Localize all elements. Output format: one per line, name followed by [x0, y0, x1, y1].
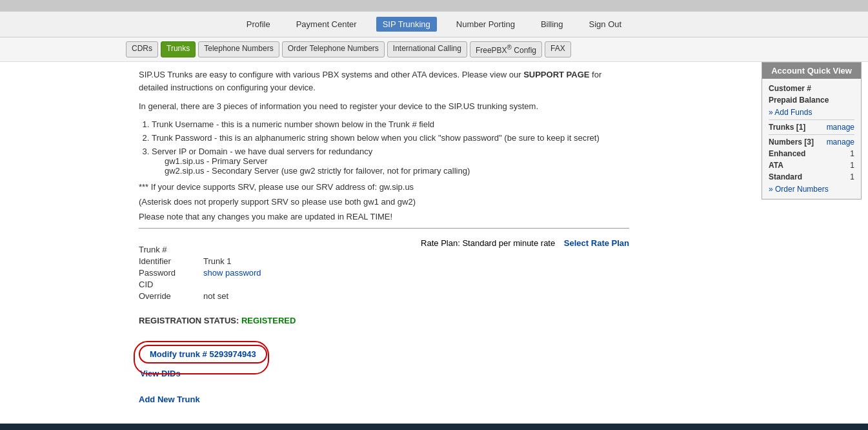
nav-billing[interactable]: Billing — [534, 17, 570, 32]
trunk-override-value: not set — [203, 291, 228, 301]
nav-payment-center[interactable]: Payment Center — [290, 17, 363, 32]
aqv-numbers-row: Numbers [3] manage — [769, 138, 854, 147]
aqv-divider-1 — [769, 119, 854, 120]
subnav-order-telephone-numbers[interactable]: Order Telephone Numbers — [282, 41, 385, 57]
subnav-cdrs[interactable]: CDRs — [126, 41, 158, 57]
registration-label: REGISTRATION STATUS: — [139, 316, 239, 325]
registration-status-row: REGISTRATION STATUS: REGISTERED — [139, 316, 629, 325]
trunk-identifier-label: Identifier — [139, 256, 203, 266]
aqv-enhanced-label: Enhanced — [769, 149, 805, 158]
intro-paragraph: SIP.US Trunks are easy to configure with… — [139, 68, 629, 94]
aqv-enhanced-value: 1 — [850, 149, 854, 158]
aqv-add-funds-link[interactable]: » Add Funds — [769, 108, 812, 117]
aqv-prepaid-label: Prepaid Balance — [769, 96, 829, 105]
show-password-link[interactable]: show password — [203, 268, 261, 278]
aqv-standard-row: Standard 1 — [769, 172, 854, 181]
subnav-trunks[interactable]: Trunks — [161, 41, 196, 57]
divider — [139, 228, 629, 229]
aqv-numbers-label: Numbers [3] — [769, 138, 814, 147]
modify-wrap: Modify trunk # 5293974943 View DIDs — [139, 345, 267, 378]
aqv-standard-value: 1 — [850, 172, 854, 181]
subnav-freepbx-config[interactable]: FreePBX® Config — [470, 41, 542, 57]
sidebar: Account Quick View Customer # Prepaid Ba… — [762, 62, 862, 200]
modify-section: Modify trunk # 5293974943 View DIDs — [139, 345, 629, 382]
view-dids-link[interactable]: View DIDs — [140, 369, 267, 378]
aqv-trunks-label: Trunks [1] — [769, 123, 805, 132]
aqv-order-numbers-link[interactable]: » Order Numbers — [769, 185, 829, 194]
realtime-note: Please note that any changes you make ar… — [139, 212, 629, 221]
rate-plan-value: Standard per minute rate — [462, 238, 555, 248]
aqv-ata-row: ATA 1 — [769, 161, 854, 170]
aqv-customer-row: Customer # — [769, 84, 854, 93]
trunk-cid-label: CID — [139, 280, 203, 289]
aqv-header: Account Quick View — [762, 63, 861, 79]
aqv-ata-value: 1 — [850, 161, 854, 170]
nav-number-porting[interactable]: Number Porting — [450, 17, 521, 32]
nav-sign-out[interactable]: Sign Out — [583, 17, 629, 32]
aqv-customer-label: Customer # — [769, 84, 811, 93]
support-page-link[interactable]: SUPPORT PAGE — [523, 70, 589, 79]
aqv-ata-label: ATA — [769, 161, 783, 170]
steps-list: Trunk Username - this is a numeric numbe… — [152, 119, 629, 176]
trunk-section: Trunk # Identifier Trunk 1 Password show — [139, 238, 629, 325]
top-nav: Profile Payment Center SIP Trunking Numb… — [0, 12, 868, 37]
aqv-enhanced-row: Enhanced 1 — [769, 149, 854, 158]
rate-plan-section: Rate Plan: Standard per minute rate Sele… — [421, 238, 629, 248]
add-new-trunk-link[interactable]: Add New Trunk — [139, 394, 629, 404]
nav-sip-trunking[interactable]: SIP Trunking — [376, 17, 437, 32]
trunk-override-row: Override not set — [139, 291, 261, 301]
subnav-fax[interactable]: FAX — [545, 41, 571, 57]
trunk-override-label: Override — [139, 291, 203, 301]
server-line-1: gw1.sip.us - Primary Server — [165, 156, 629, 166]
aqv-standard-label: Standard — [769, 172, 802, 181]
srv-note: *** If your device supports SRV, please … — [139, 182, 629, 192]
aqv-prepaid-row: Prepaid Balance — [769, 96, 854, 105]
aqv-body: Customer # Prepaid Balance » Add Funds — [762, 79, 861, 199]
footer: © COPYRIGHT 2015 SIP.US, LLC – ALL RIGHT… — [0, 424, 868, 431]
step-3: Server IP or Domain - we have dual serve… — [152, 147, 629, 176]
aqv-trunks-manage-link[interactable]: manage — [827, 123, 854, 132]
trunk-password-label: Password — [139, 268, 203, 278]
subnav-telephone-numbers[interactable]: Telephone Numbers — [198, 41, 279, 57]
sub-nav: CDRs Trunks Telephone Numbers Order Tele… — [0, 37, 868, 62]
nav-profile[interactable]: Profile — [240, 17, 277, 32]
subnav-international-calling[interactable]: International Calling — [387, 41, 467, 57]
server-line-2: gw2.sip.us - Secondary Server (use gw2 s… — [165, 166, 629, 176]
trunk-info-grid: Trunk # Identifier Trunk 1 Password show — [139, 245, 261, 303]
trunk-password-row: Password show password — [139, 268, 261, 278]
select-rate-plan-link[interactable]: Select Rate Plan — [564, 238, 629, 248]
trunk-password-value: show password — [203, 268, 261, 278]
step-1: Trunk Username - this is a numeric numbe… — [152, 119, 629, 129]
intro-paragraph-2: In general, there are 3 pieces of inform… — [139, 100, 629, 113]
trunk-hash-row: Trunk # — [139, 245, 261, 254]
asterisk-note: (Asterisk does not properly support SRV … — [139, 197, 629, 207]
aqv-numbers-manage-link[interactable]: manage — [827, 138, 854, 147]
trunk-hash-label: Trunk # — [139, 245, 203, 254]
aqv-divider-2 — [769, 134, 854, 135]
rate-plan-label: Rate Plan: — [421, 238, 460, 248]
trunk-identifier-value: Trunk 1 — [203, 256, 232, 266]
trunk-cid-row: CID — [139, 280, 261, 289]
trunk-identifier-row: Identifier Trunk 1 — [139, 256, 261, 266]
modify-trunk-link[interactable]: Modify trunk # 5293974943 — [139, 345, 267, 363]
account-quick-view: Account Quick View Customer # Prepaid Ba… — [762, 62, 862, 200]
aqv-trunks-row: Trunks [1] manage — [769, 123, 854, 132]
step-2: Trunk Password - this is an alphanumeric… — [152, 133, 629, 143]
registration-value: REGISTERED — [241, 316, 296, 325]
main-content: SIP.US Trunks are easy to configure with… — [126, 62, 642, 411]
